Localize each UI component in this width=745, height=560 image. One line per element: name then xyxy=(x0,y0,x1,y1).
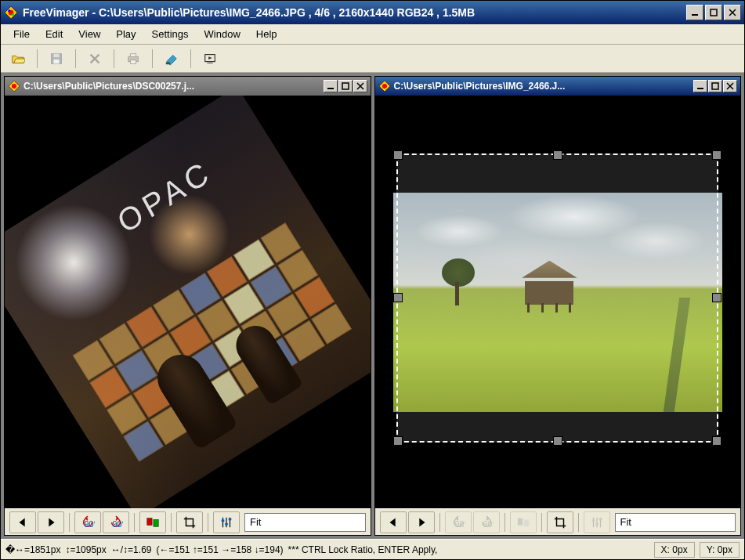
child-maximize-left[interactable] xyxy=(338,80,353,92)
handle-tr[interactable] xyxy=(712,150,721,160)
menu-edit[interactable]: Edit xyxy=(38,26,71,42)
adjust-button[interactable] xyxy=(213,511,240,533)
prev-button[interactable] xyxy=(9,511,36,533)
menu-file[interactable]: File xyxy=(5,26,38,42)
svg-text:90°: 90° xyxy=(85,519,96,529)
handle-bc[interactable] xyxy=(553,436,562,446)
minimize-button[interactable] xyxy=(686,5,703,20)
child-maximize-right[interactable] xyxy=(708,80,722,92)
image-viewport-left[interactable]: OPAC xyxy=(5,96,371,508)
open-button[interactable] xyxy=(5,48,31,70)
child-close-right[interactable] xyxy=(723,80,737,92)
svg-rect-17 xyxy=(342,83,349,89)
scan-icon xyxy=(165,52,179,66)
handle-mr[interactable] xyxy=(712,293,721,302)
mdi-client-area: C:\Users\Public\Pictures\DSC00257.j... O… xyxy=(1,73,744,539)
status-y: Y: 0px xyxy=(700,542,740,558)
zoom-mode-right[interactable]: Fit xyxy=(615,513,736,532)
image-left: OPAC xyxy=(5,96,371,508)
svg-rect-34 xyxy=(595,522,599,525)
handle-br[interactable] xyxy=(712,436,721,446)
rotate-cw-button[interactable]: 90° xyxy=(473,511,500,533)
open-icon xyxy=(11,52,25,66)
compare-button[interactable] xyxy=(510,511,537,533)
child-close-left[interactable] xyxy=(353,80,367,92)
menu-settings[interactable]: Settings xyxy=(144,26,197,42)
compare-button[interactable] xyxy=(139,511,166,533)
image-viewport-right[interactable] xyxy=(375,96,741,508)
next-icon xyxy=(414,515,429,529)
child-title-left: C:\Users\Public\Pictures\DSC00257.j... xyxy=(24,81,324,92)
svg-text:90°: 90° xyxy=(483,519,494,529)
child-titlebar-left[interactable]: C:\Users\Public\Pictures\DSC00257.j... xyxy=(5,77,371,96)
svg-rect-35 xyxy=(599,518,602,520)
adjust-button[interactable] xyxy=(584,511,610,533)
close-button[interactable] xyxy=(724,5,741,20)
status-height: ↕=1095px xyxy=(65,544,106,555)
svg-rect-20 xyxy=(147,518,152,525)
svg-rect-7 xyxy=(53,53,59,57)
child-window-left: C:\Users\Public\Pictures\DSC00257.j... O… xyxy=(4,76,371,536)
delete-icon xyxy=(88,52,102,66)
print-button[interactable] xyxy=(121,48,146,70)
crop-selection[interactable] xyxy=(396,154,718,443)
window-controls xyxy=(686,5,741,20)
app-icon xyxy=(4,5,18,20)
next-button[interactable] xyxy=(408,511,435,533)
svg-point-26 xyxy=(382,84,387,89)
status-hint: *** CTRL Lock Ratio, ENTER Apply, xyxy=(288,544,438,555)
child-minimize-right[interactable] xyxy=(693,80,707,92)
prev-icon xyxy=(386,515,400,529)
adjust-icon xyxy=(219,515,233,529)
crop-button[interactable] xyxy=(176,511,203,533)
svg-rect-10 xyxy=(130,53,136,56)
menu-help[interactable]: Help xyxy=(248,26,285,42)
svg-point-2 xyxy=(8,9,10,12)
rotate-ccw-button[interactable]: 90° xyxy=(445,511,472,533)
status-ratio: ↔/↕=1.69 xyxy=(111,544,152,555)
prev-button[interactable] xyxy=(380,511,407,533)
svg-rect-28 xyxy=(712,83,718,89)
crop-button[interactable] xyxy=(547,511,573,533)
compare-icon xyxy=(146,515,160,529)
svg-rect-33 xyxy=(591,519,595,522)
delete-button[interactable] xyxy=(82,48,107,70)
save-button[interactable] xyxy=(44,48,69,70)
slideshow-button[interactable] xyxy=(197,48,222,70)
doc-icon xyxy=(8,80,20,92)
next-button[interactable] xyxy=(38,511,64,533)
menu-window[interactable]: Window xyxy=(197,26,248,42)
rotate-cw-button[interactable]: 90° xyxy=(103,511,129,533)
scan-button[interactable] xyxy=(159,48,184,70)
svg-rect-4 xyxy=(692,14,698,16)
prev-icon xyxy=(16,515,30,529)
zoom-mode-left[interactable]: Fit xyxy=(244,513,366,532)
print-icon xyxy=(126,52,140,66)
child-title-right: C:\Users\Public\Pictures\IMG_2466.J... xyxy=(394,81,694,92)
app-title: FreeVimager - C:\Users\Public\Pictures\I… xyxy=(23,6,686,19)
rotate-ccw-icon: 90° xyxy=(451,515,465,529)
status-width: �↔=1851px xyxy=(5,544,60,555)
handle-tl[interactable] xyxy=(393,150,403,160)
child-minimize-left[interactable] xyxy=(324,80,338,92)
menu-play[interactable]: Play xyxy=(108,26,143,42)
svg-rect-24 xyxy=(229,518,232,520)
child-titlebar-right[interactable]: C:\Users\Public\Pictures\IMG_2466.J... xyxy=(375,77,741,96)
handle-tc[interactable] xyxy=(553,150,562,160)
svg-rect-31 xyxy=(517,518,522,525)
svg-rect-12 xyxy=(166,62,170,64)
slideshow-icon xyxy=(203,52,217,66)
menu-view[interactable]: View xyxy=(71,26,108,42)
maximize-button[interactable] xyxy=(705,5,722,20)
svg-point-15 xyxy=(12,84,16,89)
child-toolbar-right: 90° 90° Fit xyxy=(375,508,741,535)
adjust-icon xyxy=(590,515,604,529)
svg-rect-11 xyxy=(130,60,136,63)
handle-ml[interactable] xyxy=(393,293,403,302)
rotate-ccw-button[interactable]: 90° xyxy=(74,511,101,533)
svg-text:90°: 90° xyxy=(454,519,465,529)
handle-bl[interactable] xyxy=(393,436,403,446)
status-x: X: 0px xyxy=(654,542,695,558)
svg-rect-16 xyxy=(327,88,334,89)
rotate-cw-icon: 90° xyxy=(479,515,494,529)
